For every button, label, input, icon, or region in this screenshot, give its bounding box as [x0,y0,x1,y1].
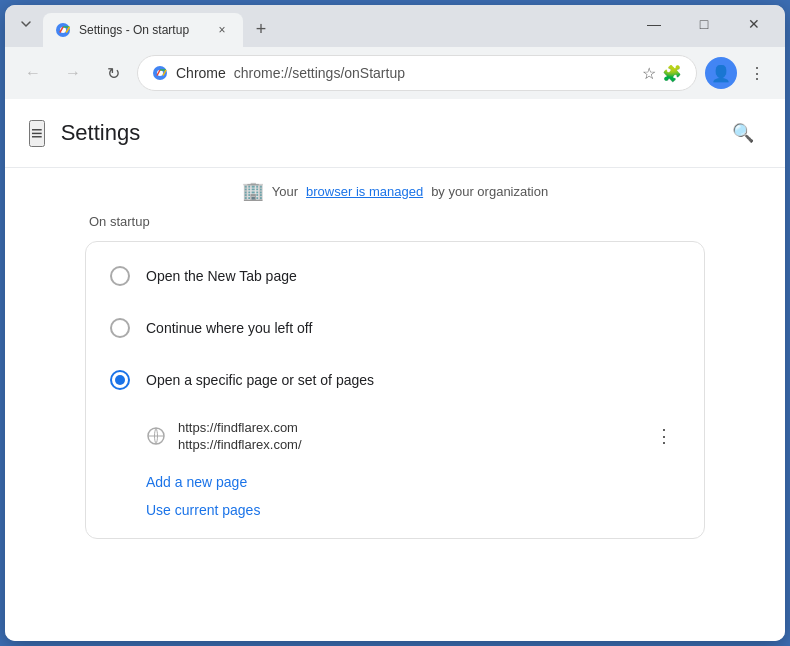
maximize-button[interactable]: □ [681,9,727,39]
settings-title: Settings [61,120,141,146]
extensions-icon[interactable]: 🧩 [662,64,682,83]
option-new-tab[interactable]: Open the New Tab page [86,250,704,302]
managed-icon: 🏢 [242,180,264,202]
pages-list: https://findflarex.com https://findflare… [86,410,704,462]
search-icon: 🔍 [732,122,754,144]
tab-favicon [55,22,71,38]
managed-text-after: by your organization [431,184,548,199]
toolbar-icons: 👤 ⋮ [705,57,773,89]
use-current-link[interactable]: Use current pages [146,502,260,518]
tab-bar-controls [13,5,39,47]
menu-button[interactable]: ⋮ [741,57,773,89]
page-url-block: https://findflarex.com https://findflare… [178,420,636,452]
tab-close-button[interactable]: × [213,21,231,39]
settings-search-button[interactable]: 🔍 [725,115,761,151]
address-bar-icons: ☆ 🧩 [642,64,682,83]
bookmark-icon[interactable]: ☆ [642,64,656,83]
settings-header: ≡ Settings 🔍 [5,99,785,168]
managed-banner: 🏢 Your browser is managed by your organi… [5,168,785,214]
action-links: Add a new page Use current pages [86,466,704,530]
browser-window: Settings - On startup × + — □ ✕ ← → ↻ Ch… [5,5,785,641]
page-item: https://findflarex.com https://findflare… [86,410,704,462]
close-button[interactable]: ✕ [731,9,777,39]
radio-continue[interactable] [110,318,130,338]
option-continue[interactable]: Continue where you left off [86,302,704,354]
nav-bar: ← → ↻ Chrome chrome://settings/onStartup… [5,47,785,99]
site-name: Chrome [176,65,226,81]
section-title: On startup [85,214,705,229]
profile-button[interactable]: 👤 [705,57,737,89]
option-specific-page-label: Open a specific page or set of pages [146,372,374,388]
managed-link[interactable]: browser is managed [306,184,423,199]
page-url-line1: https://findflarex.com [178,420,636,435]
settings-menu-icon[interactable]: ≡ [29,120,45,147]
back-button[interactable]: ← [17,57,49,89]
page-content: PChelp.com ≡ Settings 🔍 🏢 Your browser i… [5,99,785,641]
new-tab-button[interactable]: + [247,15,275,43]
option-specific-page[interactable]: Open a specific page or set of pages [86,354,704,406]
managed-text-before: Your [272,184,298,199]
forward-button[interactable]: → [57,57,89,89]
page-url-line2: https://findflarex.com/ [178,437,636,452]
tab-dropdown-button[interactable] [13,11,39,37]
page-more-button[interactable]: ⋮ [648,420,680,452]
window-controls: — □ ✕ [631,9,777,47]
url-text: chrome://settings/onStartup [234,65,634,81]
settings-main: On startup Open the New Tab page Continu… [5,214,785,539]
option-new-tab-label: Open the New Tab page [146,268,297,284]
active-tab[interactable]: Settings - On startup × [43,13,243,47]
reload-button[interactable]: ↻ [97,57,129,89]
radio-specific-page[interactable] [110,370,130,390]
more-icon: ⋮ [655,425,673,447]
address-bar-favicon [152,65,168,81]
title-bar: Settings - On startup × + — □ ✕ [5,5,785,47]
page-favicon [146,426,166,446]
radio-new-tab[interactable] [110,266,130,286]
address-bar[interactable]: Chrome chrome://settings/onStartup ☆ 🧩 [137,55,697,91]
startup-card: Open the New Tab page Continue where you… [85,241,705,539]
tab-title: Settings - On startup [79,23,205,37]
option-continue-label: Continue where you left off [146,320,312,336]
add-page-link[interactable]: Add a new page [146,474,247,490]
profile-icon: 👤 [711,64,731,83]
minimize-button[interactable]: — [631,9,677,39]
